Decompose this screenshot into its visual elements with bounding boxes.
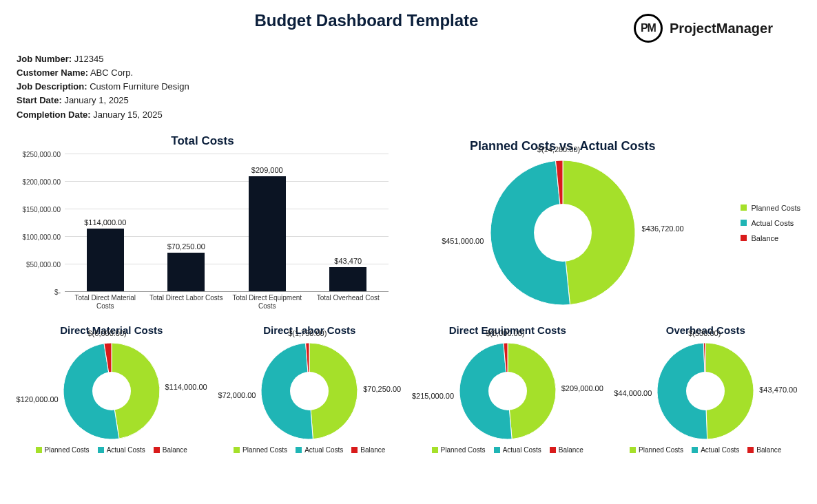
start-date: January 1, 2025 [64, 95, 128, 105]
overhead-legend: Planned Costs Actual Costs Balance [611, 446, 801, 454]
legend-item-actual: Actual Costs [741, 219, 800, 227]
customer-name: ABC Corp. [90, 67, 133, 78]
legend-item-balance: Balance [741, 234, 800, 242]
legend-label-planned: Planned Costs [751, 204, 800, 212]
brand-name: ProjectManager [670, 21, 773, 36]
bar-3: $43,470 [308, 257, 389, 291]
total-costs-panel: Total Costs $-$50,000.00$100,000.00$150,… [17, 134, 389, 312]
planned-vs-actual-panel: Planned Costs vs. Actual Costs $436,720.… [405, 134, 800, 312]
job-desc-label: Job Description: [17, 81, 87, 92]
end-date-label: Completion Date: [17, 109, 91, 120]
swatch-balance-icon [741, 235, 747, 241]
total-costs-bar-chart: $-$50,000.00$100,000.00$150,000.00$200,0… [65, 154, 389, 312]
total-costs-title: Total Costs [17, 134, 389, 148]
planned-vs-actual-donut: $436,720.00$451,000.00$(14,280.00) [489, 159, 637, 306]
svg-point-1 [92, 372, 131, 410]
direct-material-title: Direct Material Costs [17, 324, 207, 336]
legend-label-actual: Actual Costs [751, 219, 794, 227]
legend-label-balance: Balance [751, 234, 778, 242]
bar-0: $114,000.00 [65, 218, 146, 291]
planned-vs-actual-legend: Planned Costs Actual Costs Balance [741, 197, 800, 249]
direct-equipment-title: Direct Equipment Costs [413, 324, 603, 336]
direct-labor-legend: Planned Costs Actual Costs Balance [215, 446, 405, 454]
job-desc: Custom Furniture Design [90, 81, 189, 92]
svg-point-0 [534, 204, 592, 262]
job-number-label: Job Number: [17, 54, 72, 64]
direct-labor-donut: $70,250.00$72,000.00$(1,750.00) [260, 342, 359, 441]
end-date: January 15, 2025 [93, 109, 162, 120]
header: Budget Dashboard Template PM ProjectMana… [17, 11, 800, 43]
direct-labor-panel: Direct Labor Costs $70,250.00$72,000.00$… [215, 324, 405, 454]
overhead-donut: $43,470.00$44,000.00$(530.00) [656, 342, 755, 441]
legend-item-planned: Planned Costs [741, 204, 800, 212]
brand-logo: PM ProjectManager [634, 14, 773, 43]
start-date-label: Start Date: [17, 95, 62, 105]
overhead-panel: Overhead Costs $43,470.00$44,000.00$(530… [611, 324, 801, 454]
bar-2: $209,000 [227, 166, 308, 291]
direct-equipment-donut: $209,000.00$215,000.00$(6,000.00) [458, 342, 557, 441]
overhead-title: Overhead Costs [611, 324, 801, 336]
job-meta: Job Number: J12345 Customer Name: ABC Co… [17, 52, 800, 122]
direct-material-panel: Direct Material Costs $114,000.00$120,00… [17, 324, 207, 454]
swatch-planned-icon [741, 204, 747, 211]
job-number: J12345 [74, 54, 104, 64]
bar-1: $70,250.00 [146, 242, 227, 291]
direct-equipment-panel: Direct Equipment Costs $209,000.00$215,0… [413, 324, 603, 454]
svg-point-2 [290, 372, 329, 410]
swatch-actual-icon [741, 220, 747, 226]
page-title: Budget Dashboard Template [99, 11, 634, 30]
svg-point-4 [686, 372, 725, 410]
planned-vs-actual-title: Planned Costs vs. Actual Costs [405, 139, 720, 154]
direct-material-legend: Planned Costs Actual Costs Balance [17, 446, 207, 454]
svg-point-3 [488, 372, 527, 410]
brand-mark-icon: PM [634, 14, 663, 43]
direct-material-donut: $114,000.00$120,000.00$(6,000.00) [62, 342, 161, 441]
customer-label: Customer Name: [17, 67, 88, 78]
direct-labor-title: Direct Labor Costs [215, 324, 405, 336]
direct-equipment-legend: Planned Costs Actual Costs Balance [413, 446, 603, 454]
